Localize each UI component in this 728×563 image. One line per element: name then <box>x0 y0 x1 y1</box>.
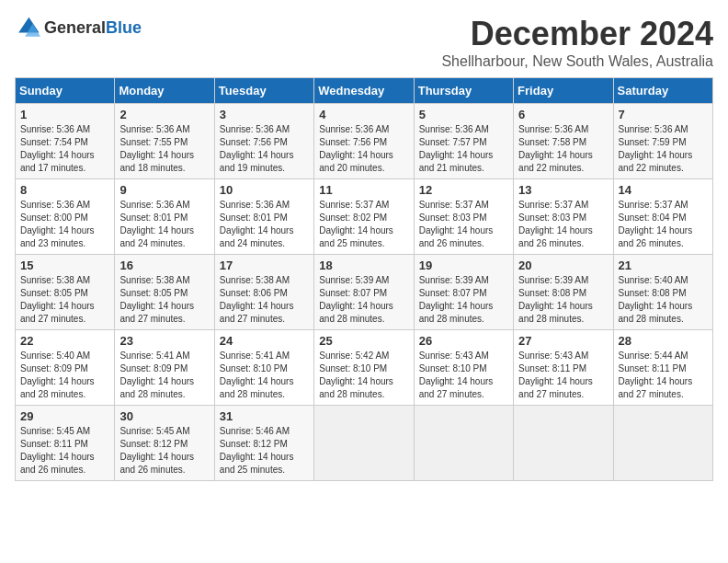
day-number: 19 <box>419 259 508 272</box>
day-info: Sunrise: 5:43 AMSunset: 8:11 PMDaylight:… <box>518 350 593 399</box>
header-monday: Monday <box>115 78 214 104</box>
day-info: Sunrise: 5:40 AMSunset: 8:08 PMDaylight:… <box>619 275 693 324</box>
calendar-cell: 8 Sunrise: 5:36 AMSunset: 8:00 PMDayligh… <box>16 179 115 255</box>
calendar-cell <box>414 406 513 481</box>
day-info: Sunrise: 5:45 AMSunset: 8:12 PMDaylight:… <box>119 426 194 475</box>
calendar-cell <box>314 406 414 481</box>
day-number: 27 <box>518 334 608 348</box>
day-number: 1 <box>20 108 109 121</box>
logo: GeneralBlue <box>15 15 142 40</box>
day-number: 16 <box>119 259 209 272</box>
calendar-cell: 21 Sunrise: 5:40 AMSunset: 8:08 PMDaylig… <box>613 255 712 330</box>
calendar-cell: 13 Sunrise: 5:37 AMSunset: 8:03 PMDaylig… <box>514 179 613 255</box>
calendar-cell: 12 Sunrise: 5:37 AMSunset: 8:03 PMDaylig… <box>414 179 513 255</box>
day-info: Sunrise: 5:41 AMSunset: 8:10 PMDaylight:… <box>220 350 294 399</box>
calendar-week-0: 1 Sunrise: 5:36 AMSunset: 7:54 PMDayligh… <box>16 104 713 179</box>
calendar-cell: 23 Sunrise: 5:41 AMSunset: 8:09 PMDaylig… <box>115 330 214 406</box>
calendar-cell: 16 Sunrise: 5:38 AMSunset: 8:05 PMDaylig… <box>115 255 214 330</box>
header: GeneralBlue December 2024 Shellharbour, … <box>15 15 713 70</box>
calendar-cell: 18 Sunrise: 5:39 AMSunset: 8:07 PMDaylig… <box>314 255 414 330</box>
day-number: 10 <box>220 183 309 197</box>
header-wednesday: Wednesday <box>314 78 414 104</box>
day-info: Sunrise: 5:36 AMSunset: 8:01 PMDaylight:… <box>119 200 194 248</box>
day-info: Sunrise: 5:39 AMSunset: 8:07 PMDaylight:… <box>419 275 494 324</box>
day-number: 20 <box>518 259 608 272</box>
calendar-cell: 22 Sunrise: 5:40 AMSunset: 8:09 PMDaylig… <box>16 330 115 406</box>
day-number: 9 <box>119 183 209 197</box>
calendar-cell: 2 Sunrise: 5:36 AMSunset: 7:55 PMDayligh… <box>115 104 214 179</box>
calendar-cell: 25 Sunrise: 5:42 AMSunset: 8:10 PMDaylig… <box>314 330 414 406</box>
day-info: Sunrise: 5:38 AMSunset: 8:05 PMDaylight:… <box>20 275 95 324</box>
day-number: 17 <box>220 259 309 272</box>
day-number: 8 <box>20 183 109 197</box>
day-number: 4 <box>319 108 408 121</box>
day-number: 12 <box>419 183 508 197</box>
calendar-cell: 10 Sunrise: 5:36 AMSunset: 8:01 PMDaylig… <box>214 179 313 255</box>
day-info: Sunrise: 5:36 AMSunset: 7:59 PMDaylight:… <box>619 124 693 173</box>
day-info: Sunrise: 5:36 AMSunset: 7:56 PMDaylight:… <box>220 124 294 173</box>
day-info: Sunrise: 5:40 AMSunset: 8:09 PMDaylight:… <box>20 350 95 399</box>
calendar-table: SundayMondayTuesdayWednesdayThursdayFrid… <box>15 77 713 481</box>
day-info: Sunrise: 5:38 AMSunset: 8:05 PMDaylight:… <box>119 275 194 324</box>
day-number: 30 <box>119 409 209 423</box>
calendar-cell: 1 Sunrise: 5:36 AMSunset: 7:54 PMDayligh… <box>16 104 115 179</box>
day-info: Sunrise: 5:41 AMSunset: 8:09 PMDaylight:… <box>119 350 194 399</box>
logo-icon <box>15 15 40 40</box>
title-area: December 2024 Shellharbour, New South Wa… <box>441 15 713 70</box>
calendar-cell: 20 Sunrise: 5:39 AMSunset: 8:08 PMDaylig… <box>514 255 613 330</box>
day-info: Sunrise: 5:38 AMSunset: 8:06 PMDaylight:… <box>220 275 294 324</box>
header-thursday: Thursday <box>414 78 513 104</box>
calendar-cell: 15 Sunrise: 5:38 AMSunset: 8:05 PMDaylig… <box>16 255 115 330</box>
day-number: 28 <box>619 334 708 348</box>
day-info: Sunrise: 5:37 AMSunset: 8:04 PMDaylight:… <box>619 200 693 248</box>
header-friday: Friday <box>514 78 613 104</box>
calendar-body: 1 Sunrise: 5:36 AMSunset: 7:54 PMDayligh… <box>16 104 713 481</box>
day-info: Sunrise: 5:36 AMSunset: 7:58 PMDaylight:… <box>518 124 593 173</box>
logo-blue: Blue <box>106 18 142 37</box>
day-number: 14 <box>619 183 708 197</box>
day-number: 21 <box>619 259 708 272</box>
day-number: 18 <box>319 259 408 272</box>
logo-general: General <box>44 18 106 37</box>
day-number: 25 <box>319 334 408 348</box>
calendar-cell: 3 Sunrise: 5:36 AMSunset: 7:56 PMDayligh… <box>214 104 313 179</box>
calendar-cell: 17 Sunrise: 5:38 AMSunset: 8:06 PMDaylig… <box>214 255 313 330</box>
header-tuesday: Tuesday <box>214 78 313 104</box>
calendar-week-4: 29 Sunrise: 5:45 AMSunset: 8:11 PMDaylig… <box>16 406 713 481</box>
calendar-cell: 29 Sunrise: 5:45 AMSunset: 8:11 PMDaylig… <box>16 406 115 481</box>
header-sunday: Sunday <box>16 78 115 104</box>
day-info: Sunrise: 5:39 AMSunset: 8:08 PMDaylight:… <box>518 275 593 324</box>
calendar-cell: 6 Sunrise: 5:36 AMSunset: 7:58 PMDayligh… <box>514 104 613 179</box>
day-number: 29 <box>20 409 109 423</box>
day-number: 11 <box>319 183 408 197</box>
calendar-cell <box>514 406 613 481</box>
calendar-cell: 9 Sunrise: 5:36 AMSunset: 8:01 PMDayligh… <box>115 179 214 255</box>
calendar-cell <box>613 406 712 481</box>
day-info: Sunrise: 5:46 AMSunset: 8:12 PMDaylight:… <box>220 426 294 475</box>
day-info: Sunrise: 5:45 AMSunset: 8:11 PMDaylight:… <box>20 426 95 475</box>
day-number: 13 <box>518 183 608 197</box>
calendar-cell: 4 Sunrise: 5:36 AMSunset: 7:56 PMDayligh… <box>314 104 414 179</box>
day-number: 5 <box>419 108 508 121</box>
day-info: Sunrise: 5:36 AMSunset: 8:00 PMDaylight:… <box>20 200 95 248</box>
calendar-cell: 7 Sunrise: 5:36 AMSunset: 7:59 PMDayligh… <box>613 104 712 179</box>
calendar-cell: 24 Sunrise: 5:41 AMSunset: 8:10 PMDaylig… <box>214 330 313 406</box>
calendar-week-3: 22 Sunrise: 5:40 AMSunset: 8:09 PMDaylig… <box>16 330 713 406</box>
day-info: Sunrise: 5:44 AMSunset: 8:11 PMDaylight:… <box>619 350 693 399</box>
calendar-week-1: 8 Sunrise: 5:36 AMSunset: 8:00 PMDayligh… <box>16 179 713 255</box>
calendar-cell: 19 Sunrise: 5:39 AMSunset: 8:07 PMDaylig… <box>414 255 513 330</box>
calendar-cell: 11 Sunrise: 5:37 AMSunset: 8:02 PMDaylig… <box>314 179 414 255</box>
calendar-header: SundayMondayTuesdayWednesdayThursdayFrid… <box>16 78 713 104</box>
calendar-cell: 30 Sunrise: 5:45 AMSunset: 8:12 PMDaylig… <box>115 406 214 481</box>
day-number: 2 <box>119 108 209 121</box>
calendar-cell: 31 Sunrise: 5:46 AMSunset: 8:12 PMDaylig… <box>214 406 313 481</box>
day-number: 31 <box>220 409 309 423</box>
day-info: Sunrise: 5:36 AMSunset: 7:57 PMDaylight:… <box>419 124 494 173</box>
day-number: 15 <box>20 259 109 272</box>
day-number: 24 <box>220 334 309 348</box>
day-info: Sunrise: 5:39 AMSunset: 8:07 PMDaylight:… <box>319 275 393 324</box>
day-number: 7 <box>619 108 708 121</box>
day-number: 22 <box>20 334 109 348</box>
day-number: 26 <box>419 334 508 348</box>
day-info: Sunrise: 5:36 AMSunset: 8:01 PMDaylight:… <box>220 200 294 248</box>
